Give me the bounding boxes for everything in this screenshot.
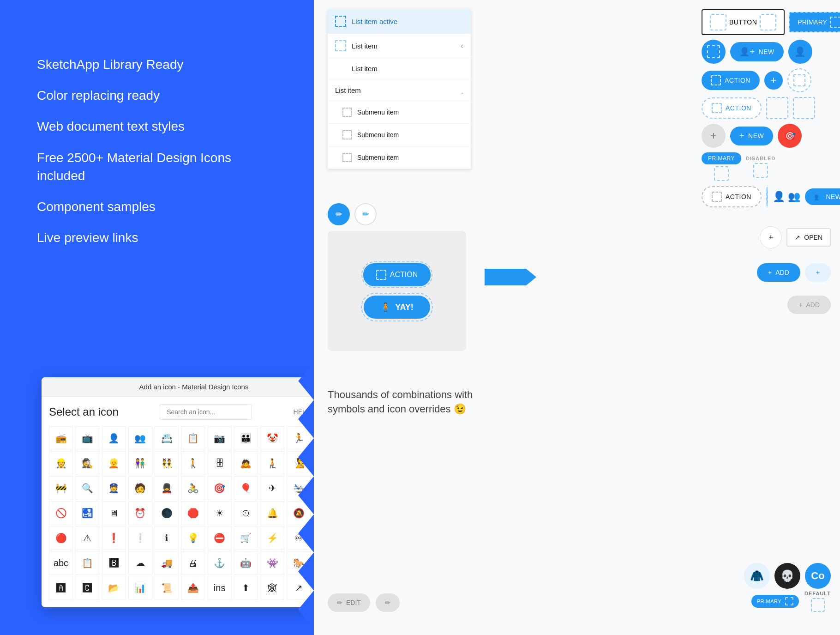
icon-cell[interactable]: 🧏 [287, 451, 311, 475]
icon-cell[interactable]: 🧎 [260, 451, 284, 475]
icon-cell[interactable]: 📇 [155, 426, 179, 450]
icon-cell[interactable]: 👱 [102, 451, 126, 475]
icon-cell[interactable]: abc [49, 551, 73, 575]
new-button-1[interactable]: 👤+ NEW [730, 42, 784, 61]
circle-plus-blue[interactable]: + [764, 71, 783, 90]
icon-cell[interactable]: 🤡 [260, 426, 284, 450]
pencil-outline-btn[interactable]: ✏ [354, 203, 377, 225]
icon-cell[interactable]: 🖨 [181, 551, 205, 575]
demo-action-button[interactable]: ACTION [363, 263, 431, 286]
list-expandable[interactable]: List item ‸ [328, 79, 471, 101]
icon-cell[interactable]: 📤 [181, 576, 205, 600]
icon-cell[interactable]: 🚶 [181, 451, 205, 475]
list-item-active[interactable]: List item active [328, 9, 471, 34]
icon-cell[interactable]: 🖥 [102, 501, 126, 525]
add-button-2[interactable]: + [805, 263, 831, 282]
help-label[interactable]: HELP > [294, 408, 316, 416]
icon-cell[interactable]: 🏃 [287, 426, 311, 450]
icon-cell[interactable]: ♾ [287, 526, 311, 550]
plus-open-btn[interactable]: + [760, 226, 782, 248]
add-button-gray[interactable]: + ADD [787, 296, 831, 314]
primary-button-2[interactable]: PRIMARY [702, 152, 741, 164]
icon-cell[interactable]: 🚴 [181, 476, 205, 500]
open-button[interactable]: ↗ OPEN [786, 228, 831, 247]
icon-cell[interactable]: 👯 [155, 451, 179, 475]
icon-cell[interactable]: 🔍 [75, 476, 99, 500]
icon-cell[interactable]: ⚠ [75, 526, 99, 550]
icon-cell[interactable]: 📷 [208, 426, 232, 450]
icon-cell[interactable]: ❕ [128, 526, 152, 550]
icon-cell[interactable]: 👮 [102, 476, 126, 500]
icon-cell[interactable]: ❗ [102, 526, 126, 550]
button-outline[interactable]: BUTTON [702, 9, 785, 35]
icon-cell[interactable]: 🎈 [234, 476, 258, 500]
icon-cell[interactable]: ↗ [287, 576, 311, 600]
new-button-2[interactable]: + NEW [730, 127, 773, 145]
icon-search-input[interactable] [160, 404, 252, 420]
icon-cell[interactable]: ins [208, 576, 232, 600]
icon-cell[interactable]: 🛒 [234, 526, 258, 550]
icon-cell[interactable]: ⚓ [208, 551, 232, 575]
icon-cell[interactable]: 💡 [181, 526, 205, 550]
icon-cell[interactable]: ℹ [155, 526, 179, 550]
icon-cell[interactable]: ☀ [208, 501, 232, 525]
list-item-2[interactable]: List item [328, 58, 471, 79]
icon-cell[interactable]: ⏲ [234, 501, 258, 525]
demo-yay-button[interactable]: 🧍 YAY! [364, 296, 430, 319]
icon-cell[interactable]: ⏰ [128, 501, 152, 525]
icon-cell[interactable]: 📻 [49, 426, 73, 450]
icon-cell[interactable]: 📋 [75, 551, 99, 575]
submenu-item-1[interactable]: Submenu item [328, 124, 471, 146]
icon-cell[interactable]: 🅰 [49, 576, 73, 600]
icon-cell[interactable]: ⛔ [208, 526, 232, 550]
icon-cell[interactable]: ☁ [128, 551, 152, 575]
icon-cell[interactable]: 🙇 [234, 451, 258, 475]
icon-cell[interactable]: 🔴 [49, 526, 73, 550]
icon-cell[interactable]: ⚡ [260, 526, 284, 550]
icon-cell[interactable]: 🧑 [128, 476, 152, 500]
icon-cell[interactable]: 👫 [128, 451, 152, 475]
primary-bottom-btn[interactable]: PRIMARY [751, 595, 799, 608]
circle-btn-outline[interactable] [787, 68, 811, 92]
circle-plus-gray[interactable]: + [702, 124, 726, 148]
icon-cell[interactable]: 💂 [155, 476, 179, 500]
icon-cell[interactable]: 🛑 [181, 501, 205, 525]
icon-circle-person[interactable]: 🧥 [744, 563, 770, 589]
icon-cell[interactable]: 🛃 [75, 501, 99, 525]
action-button-1[interactable]: ACTION [702, 71, 760, 90]
edit-button-2[interactable]: ✏ [376, 593, 400, 612]
icon-cell[interactable]: 👤 [102, 426, 126, 450]
submenu-item-0[interactable]: Submenu item [328, 101, 471, 124]
icon-cell[interactable]: 🅱 [102, 551, 126, 575]
circle-btn-blue-2[interactable]: 👤 [788, 40, 812, 64]
icon-cell[interactable]: 🐎 [287, 551, 311, 575]
icon-cell[interactable]: ⬆ [234, 576, 258, 600]
icon-cell[interactable]: 🚧 [49, 476, 73, 500]
icon-cell[interactable]: 👥 [128, 426, 152, 450]
circle-btn-blue-1[interactable] [702, 40, 726, 64]
icon-cell[interactable]: 🌑 [155, 501, 179, 525]
icon-cell[interactable]: 👪 [234, 426, 258, 450]
add-button-1[interactable]: + ADD [757, 263, 800, 282]
icon-cell[interactable]: 📜 [155, 576, 179, 600]
icon-cell[interactable]: 📺 [75, 426, 99, 450]
icon-circle-skull[interactable]: 💀 [774, 563, 800, 589]
icon-cell[interactable]: ✈ [260, 476, 284, 500]
icon-cell[interactable]: 📂 [102, 576, 126, 600]
icon-cell[interactable]: 🕸 [260, 576, 284, 600]
icon-cell[interactable]: 🤖 [234, 551, 258, 575]
icon-cell[interactable]: 🚫 [49, 501, 73, 525]
icon-cell[interactable]: 📋 [181, 426, 205, 450]
icon-cell[interactable]: 📊 [128, 576, 152, 600]
icon-cell[interactable]: 🔕 [287, 501, 311, 525]
icon-cell[interactable]: 🅲 [75, 576, 99, 600]
action-button-dark[interactable]: ACTION [702, 186, 762, 207]
icon-cell[interactable]: 🗄 [208, 451, 232, 475]
submenu-item-2[interactable]: Submenu item [328, 146, 471, 169]
icon-cell[interactable]: 👾 [260, 551, 284, 575]
icon-cell[interactable]: 👷 [49, 451, 73, 475]
icon-cell[interactable]: 🔔 [260, 501, 284, 525]
edit-button[interactable]: ✏ EDIT [328, 593, 370, 612]
circle-btn-red[interactable]: 🎯 [778, 124, 802, 148]
icon-cell[interactable]: 🛬 [287, 476, 311, 500]
